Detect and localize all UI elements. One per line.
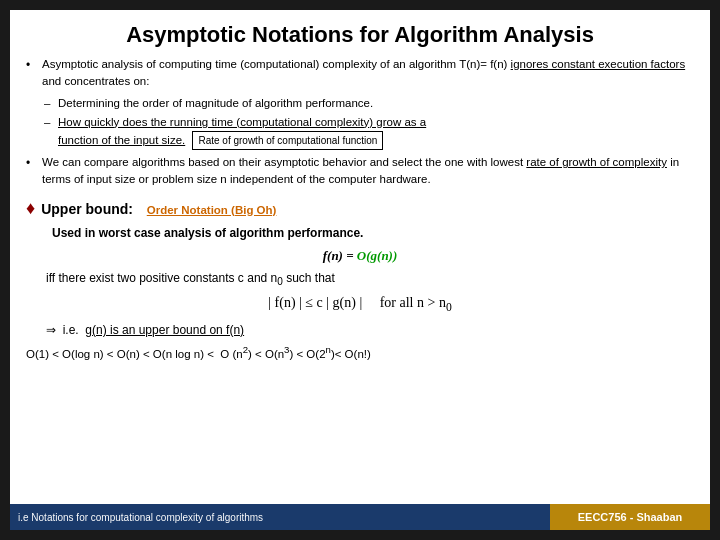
sub-item-2: – How quickly does the running time (com… (44, 114, 694, 150)
diamond-icon: ♦ (26, 195, 35, 222)
implies-underline: g(n) is an upper bound on f(n) (85, 323, 244, 337)
order-notation: Order Notation (Big Oh) (147, 202, 277, 219)
implies-line: ⇒ i.e. g(n) is an upper bound on f(n) (46, 321, 694, 339)
n0-sub-abs: 0 (446, 301, 452, 314)
bullet-1-part2: and concentrates on: (42, 75, 149, 87)
diamond-section: ♦ Upper bound: Order Notation (Big Oh) U… (26, 195, 694, 339)
slide-title: Asymptotic Notations for Algorithm Analy… (26, 22, 694, 48)
bullet-1-underline: ignores constant execution factors (511, 58, 686, 70)
formula: f(n) = O(g(n)) (26, 246, 694, 266)
sub-item-2-text: How quickly does the running time (compu… (58, 114, 426, 150)
iff-line: iff there exist two positive constants c… (46, 269, 694, 289)
section-title: Upper bound: (41, 199, 141, 220)
bullet-2: • We can compare algorithms based on the… (26, 154, 694, 189)
bottom-right-label: EECC756 - Shaaban (550, 504, 710, 530)
diamond-header: ♦ Upper bound: Order Notation (Big Oh) (26, 195, 694, 222)
abs-formula: | f(n) | ≤ c | g(n) | for all n > n0 (26, 292, 694, 316)
slide: Asymptotic Notations for Algorithm Analy… (10, 10, 710, 530)
formula-colored: O(g(n)) (357, 248, 397, 263)
bullet-1: • Asymptotic analysis of computing time … (26, 56, 694, 91)
bullet-2-text: We can compare algorithms based on their… (42, 154, 694, 189)
sub-item-1-text: Determining the order of magnitude of al… (58, 95, 373, 112)
sub2-part1: How quickly does the running time (compu… (58, 116, 426, 128)
tooltip-box: Rate of growth of computational function (192, 131, 383, 150)
sub2-underline: function of the input size. (58, 134, 185, 146)
bullet-2-part1: We can compare algorithms based on their… (42, 156, 526, 168)
bullet-2-underline: rate of growth of complexity (526, 156, 667, 168)
bullet-dot-2: • (26, 154, 42, 189)
formula-text: f(n) = (323, 248, 357, 263)
complexity-line: O(1) < O(log n) < O(n) < O(n log n) < O … (26, 343, 694, 363)
n0-sub-iff: 0 (277, 276, 283, 287)
sub-list: – Determining the order of magnitude of … (44, 95, 694, 151)
bullet-1-text: Asymptotic analysis of computing time (c… (42, 56, 694, 91)
sub-item-1: – Determining the order of magnitude of … (44, 95, 694, 112)
sub-dash-1: – (44, 95, 58, 112)
used-text: Used in worst case analysis of algorithm… (52, 224, 694, 242)
bullet-dot-1: • (26, 56, 42, 91)
bottom-left-label: i.e Notations for computational complexi… (10, 504, 550, 530)
bullet-1-part1: Asymptotic analysis of computing time (c… (42, 58, 511, 70)
bottom-bar: i.e Notations for computational complexi… (10, 504, 710, 530)
sub-dash-2: – (44, 114, 58, 150)
